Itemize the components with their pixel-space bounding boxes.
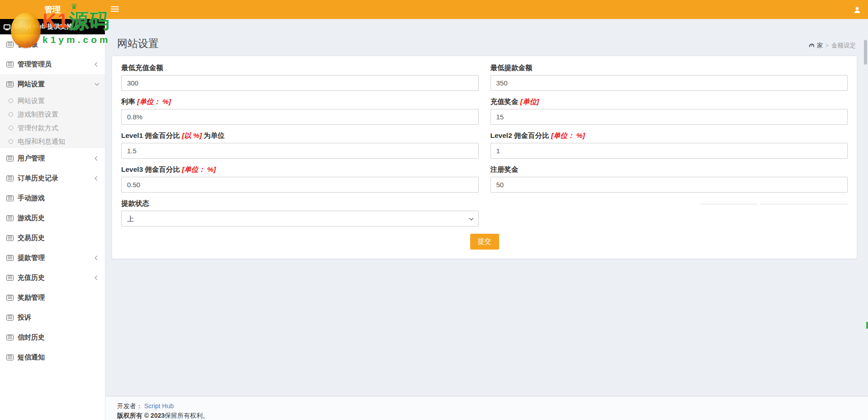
sidebar-item-label: 网站设置	[18, 80, 95, 89]
developer-line: 开发者： Script Hub	[117, 402, 856, 411]
circle-icon	[9, 126, 13, 130]
sidebar-item-13[interactable]: 短信通知	[0, 347, 105, 367]
list-icon	[6, 175, 14, 181]
settings-card: 最低充值金额最低提款金额利率 [单位： %]充值奖金 [单位]Level1 佣金…	[112, 56, 857, 259]
list-icon	[6, 215, 14, 221]
sidebar-item-label: 短信通知	[18, 353, 99, 362]
min-recharge-amount-input[interactable]	[121, 75, 479, 91]
chevron-left-icon	[95, 62, 99, 66]
content-header: 网站设置 家 > 金额设定	[105, 19, 868, 56]
sidebar-item-12[interactable]: 信封历史	[0, 327, 105, 347]
list-icon	[6, 195, 14, 201]
field-label-recharge-bonus: 充值奖金 [单位]	[491, 97, 848, 107]
chevron-left-icon	[95, 255, 99, 260]
list-icon	[6, 81, 14, 87]
form-field-withdraw-status: 提款状态上	[121, 199, 479, 227]
field-label-level3-commission: Level3 佣金百分比 [单位： %]	[121, 165, 479, 175]
page-title: 网站设置	[117, 38, 159, 49]
sidebar: Script Hub 提供支持 仪表板管理管理员网站设置网站设置游戏制胜设置管理…	[0, 19, 105, 420]
sidebar-group-expanded: 网站设置网站设置游戏制胜设置管理付款方式电报和利息通知	[0, 74, 105, 148]
sidebar-subitem-label: 管理付款方式	[18, 124, 58, 132]
copyright-rest: 保留所有权利。	[165, 412, 209, 419]
list-icon	[6, 275, 14, 281]
circle-icon	[9, 139, 13, 144]
sidebar-item-label: 仪表板	[18, 40, 99, 49]
form-field-level2-commission: Level2 佣金百分比 [单位： %]	[491, 131, 848, 159]
sidebar-item-label: 用户管理	[18, 154, 95, 163]
list-icon	[6, 335, 14, 340]
interest-rate-input[interactable]	[121, 109, 479, 125]
submit-button[interactable]: 提交	[470, 234, 499, 250]
sidebar-subitem-1[interactable]: 游戏制胜设置	[0, 108, 105, 121]
sidebar-item-11[interactable]: 投诉	[0, 307, 105, 327]
sidebar-item-label: 游戏历史	[18, 214, 99, 222]
sidebar-subitem-3[interactable]: 电报和利息通知	[0, 135, 105, 148]
list-icon	[6, 61, 14, 67]
person-glyph	[853, 6, 861, 14]
min-withdraw-amount-input[interactable]	[491, 75, 848, 91]
copyright-bold: 版权所有 © 2023	[117, 412, 165, 419]
form-field-level3-commission: Level3 佣金百分比 [单位： %]	[121, 165, 479, 193]
sidebar-item-8[interactable]: 提款管理	[0, 248, 105, 268]
sidebar-item-label: 订单历史记录	[18, 174, 95, 183]
sidebar-item-label: 手动游戏	[18, 194, 99, 203]
page-footer: 开发者： Script Hub 版权所有 © 2023保留所有权利。	[105, 396, 868, 420]
sidebar-item-0[interactable]: 仪表板	[0, 34, 105, 54]
form-field-min-recharge-amount: 最低充值金额	[121, 63, 479, 91]
sidebar-item-label: 充值历史	[18, 274, 95, 282]
submit-row: 提交	[121, 234, 848, 250]
register-bonus-input[interactable]	[491, 177, 848, 193]
hamburger-icon[interactable]	[111, 6, 119, 13]
developer-label: 开发者：	[117, 402, 142, 410]
app-brand: 管理	[0, 0, 105, 19]
sidebar-item-4[interactable]: 订单历史记录	[0, 168, 105, 188]
level1-commission-input[interactable]	[121, 143, 479, 159]
sidebar-item-5[interactable]: 手动游戏	[0, 188, 105, 208]
sidebar-item-label: 提款管理	[18, 254, 95, 262]
breadcrumb-current: 金额设定	[831, 42, 856, 49]
sidebar-subitem-label: 游戏制胜设置	[18, 110, 58, 119]
sidebar-item-label: 信封历史	[18, 333, 99, 342]
copyright-line: 版权所有 © 2023保留所有权利。	[117, 411, 856, 420]
withdraw-status-select[interactable]: 上	[121, 211, 479, 227]
sidebar-item-3[interactable]: 用户管理	[0, 148, 105, 168]
sidebar-item-6[interactable]: 游戏历史	[0, 208, 105, 228]
developer-link[interactable]: Script Hub	[144, 402, 174, 410]
sidebar-subitem-0[interactable]: 网站设置	[0, 94, 105, 108]
field-label-register-bonus: 注册奖金	[491, 165, 848, 175]
right-edge-marker	[866, 322, 868, 329]
sidebar-item-label: 投诉	[18, 313, 99, 322]
breadcrumb-home[interactable]: 家	[808, 42, 823, 49]
sidebar-item-label: 交易历史	[18, 234, 99, 242]
chevron-down-icon	[95, 81, 99, 86]
chevron-left-icon	[95, 156, 99, 160]
level3-commission-input[interactable]	[121, 177, 479, 193]
list-icon	[6, 255, 14, 261]
user-icon[interactable]	[853, 5, 862, 14]
sidebar-item-label: 奖励管理	[18, 293, 99, 302]
chevron-left-icon	[95, 275, 99, 280]
powered-by-text: Script Hub 提供支持	[14, 23, 73, 31]
sidebar-item-1[interactable]: 管理管理员	[0, 54, 105, 74]
field-label-level1-commission: Level1 佣金百分比 [以 %] 为单位	[121, 131, 479, 141]
scrollbar-thumb[interactable]	[864, 40, 867, 65]
sidebar-subitem-label: 网站设置	[18, 97, 45, 105]
circle-icon	[9, 99, 13, 103]
sidebar-subitem-2[interactable]: 管理付款方式	[0, 121, 105, 135]
sidebar-item-7[interactable]: 交易历史	[0, 228, 105, 248]
settings-form: 最低充值金额最低提款金额利率 [单位： %]充值奖金 [单位]Level1 佣金…	[121, 63, 848, 227]
list-icon	[6, 235, 14, 241]
recharge-bonus-input[interactable]	[491, 109, 848, 125]
sidebar-item-2[interactable]: 网站设置	[0, 74, 105, 94]
level2-commission-input[interactable]	[491, 143, 848, 159]
main-content: 网站设置 家 > 金额设定 最低充值金额最低提款金额利率 [单位： %]充值奖金…	[105, 19, 868, 420]
sidebar-nav: 仪表板管理管理员网站设置网站设置游戏制胜设置管理付款方式电报和利息通知用户管理订…	[0, 34, 105, 367]
sidebar-item-9[interactable]: 充值历史	[0, 268, 105, 288]
sidebar-item-10[interactable]: 奖励管理	[0, 288, 105, 307]
field-label-interest-rate: 利率 [单位： %]	[121, 97, 479, 107]
list-icon	[6, 315, 14, 321]
chevron-left-icon	[95, 176, 99, 180]
sidebar-subitem-label: 电报和利息通知	[18, 137, 65, 146]
form-field-level1-commission: Level1 佣金百分比 [以 %] 为单位	[121, 131, 479, 159]
field-label-level2-commission: Level2 佣金百分比 [单位： %]	[491, 131, 848, 141]
